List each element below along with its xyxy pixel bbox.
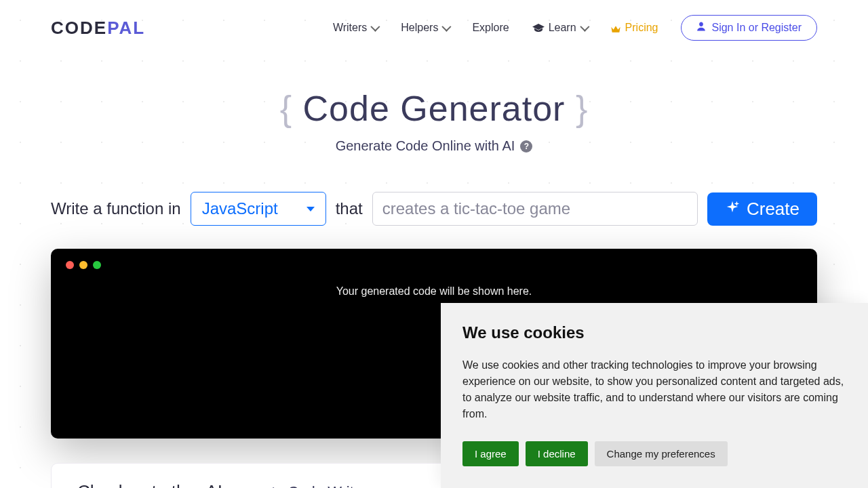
language-select[interactable]: JavaScript xyxy=(191,192,326,226)
crown-icon xyxy=(610,24,621,32)
nav-explore-label: Explore xyxy=(472,22,509,34)
logo[interactable]: CODEPAL xyxy=(51,18,145,39)
nav-writers-label: Writers xyxy=(333,22,367,34)
window-dots xyxy=(66,261,802,269)
window-dot-red-icon xyxy=(66,261,74,269)
graduation-cap-icon xyxy=(532,23,545,33)
chevron-down-icon xyxy=(442,22,452,32)
cookie-decline-button[interactable]: I decline xyxy=(526,441,588,466)
cookie-preferences-button[interactable]: Change my preferences xyxy=(595,441,728,466)
cookie-agree-button[interactable]: I agree xyxy=(462,441,519,466)
sign-in-button[interactable]: Sign In or Register xyxy=(681,15,817,41)
prompt-input[interactable] xyxy=(372,192,698,226)
logo-part1: CODE xyxy=(51,18,107,38)
main-nav: Writers Helpers Explore Learn xyxy=(333,15,817,41)
help-icon[interactable]: ? xyxy=(520,140,532,152)
cookie-buttons: I agree I decline Change my preferences xyxy=(462,441,846,466)
page-title-text: Code Generator xyxy=(303,89,566,128)
page-subtitle-text: Generate Code Online with AI xyxy=(336,138,515,154)
logo-part2: PAL xyxy=(107,18,145,38)
cookie-title: We use cookies xyxy=(462,323,846,342)
code-writers-link[interactable]: </> Code Writers xyxy=(260,483,374,489)
nav-explore[interactable]: Explore xyxy=(472,22,509,34)
nav-writers[interactable]: Writers xyxy=(333,22,378,34)
create-button[interactable]: Create xyxy=(707,192,817,226)
brace-left-icon: { xyxy=(280,89,292,128)
cookie-banner: We use cookies We use cookies and other … xyxy=(441,303,868,488)
chevron-down-icon xyxy=(580,22,589,32)
generator-form: Write a function in JavaScript that Crea… xyxy=(0,192,868,226)
nav-pricing[interactable]: Pricing xyxy=(610,22,658,34)
chevron-down-icon xyxy=(371,22,380,32)
window-dot-green-icon xyxy=(93,261,101,269)
nav-helpers[interactable]: Helpers xyxy=(401,22,449,34)
sign-in-label: Sign In or Register xyxy=(711,22,802,34)
nav-pricing-label: Pricing xyxy=(625,22,658,34)
other-tools-title: Check out other AI xyxy=(77,481,222,488)
nav-learn-label: Learn xyxy=(549,22,576,34)
window-dot-yellow-icon xyxy=(79,261,87,269)
code-icon: </> xyxy=(260,485,283,488)
header: CODEPAL Writers Helpers Explore Learn xyxy=(0,0,868,41)
page-title: { Code Generator } xyxy=(0,88,868,129)
nav-learn[interactable]: Learn xyxy=(532,22,587,34)
sparkle-icon xyxy=(725,199,740,220)
prompt-prefix: Write a function in xyxy=(51,199,181,218)
user-icon xyxy=(696,22,706,34)
create-button-label: Create xyxy=(747,199,800,220)
cookie-body: We use cookies and other tracking techno… xyxy=(462,357,846,422)
caret-down-icon xyxy=(307,207,315,211)
code-placeholder-text: Your generated code will be shown here. xyxy=(66,285,802,298)
page-subtitle: Generate Code Online with AI ? xyxy=(336,138,533,154)
language-select-value: JavaScript xyxy=(202,199,278,218)
brace-right-icon: } xyxy=(576,89,588,128)
hero: { Code Generator } Generate Code Online … xyxy=(0,88,868,154)
prompt-that: that xyxy=(336,199,363,218)
code-writers-label: Code Writers xyxy=(288,483,374,489)
nav-helpers-label: Helpers xyxy=(401,22,438,34)
